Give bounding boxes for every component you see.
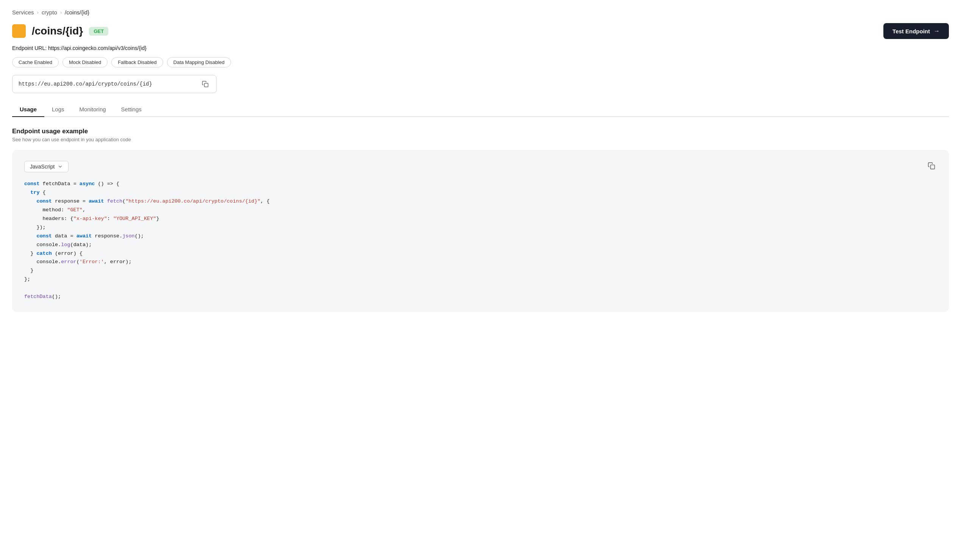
svg-rect-1 <box>931 165 935 169</box>
endpoint-url-label: Endpoint URL: <box>12 45 47 51</box>
test-endpoint-button[interactable]: Test Endpoint → <box>883 23 949 39</box>
copy-url-button[interactable] <box>200 79 210 89</box>
tab-settings[interactable]: Settings <box>114 102 149 117</box>
code-content: const fetchData = async () => { try { co… <box>24 180 937 302</box>
tab-logs[interactable]: Logs <box>44 102 72 117</box>
method-badge: GET <box>89 27 108 35</box>
breadcrumb-crypto[interactable]: crypto <box>42 9 57 16</box>
test-endpoint-label: Test Endpoint <box>892 28 930 34</box>
badge-mock: Mock Disabled <box>63 57 108 67</box>
page-title: /coins/{id} <box>32 25 83 37</box>
tab-usage[interactable]: Usage <box>12 102 44 117</box>
copy-code-button[interactable] <box>926 160 937 172</box>
copy-code-icon <box>928 162 935 170</box>
chevron-down-icon <box>58 164 63 169</box>
language-selector[interactable]: JavaScript <box>24 161 69 172</box>
endpoint-icon <box>12 24 26 38</box>
breadcrumb-services[interactable]: Services <box>12 9 34 16</box>
language-label: JavaScript <box>30 164 55 170</box>
code-block-header: JavaScript <box>24 160 937 172</box>
page-header: /coins/{id} GET Test Endpoint → <box>12 23 949 39</box>
endpoint-url-line: Endpoint URL: https://api.coingecko.com/… <box>12 45 949 51</box>
tabs-row: Usage Logs Monitoring Settings <box>12 102 949 117</box>
badge-cache: Cache Enabled <box>12 57 59 67</box>
code-block: JavaScript const fetchData = async () =>… <box>12 150 949 312</box>
breadcrumb-sep-2: › <box>60 10 62 15</box>
tab-monitoring[interactable]: Monitoring <box>72 102 114 117</box>
breadcrumb-current: /coins/{id} <box>65 9 89 16</box>
breadcrumb: Services › crypto › /coins/{id} <box>12 9 949 16</box>
api-url-box: https://eu.api200.co/api/crypto/coins/{i… <box>12 75 217 93</box>
badge-data-mapping: Data Mapping Disabled <box>167 57 231 67</box>
section-subtitle: See how you can use endpoint in you appl… <box>12 137 949 142</box>
svg-rect-0 <box>204 83 208 87</box>
api-url-text: https://eu.api200.co/api/crypto/coins/{i… <box>19 81 200 87</box>
section-title: Endpoint usage example <box>12 128 949 135</box>
arrow-right-icon: → <box>934 28 940 34</box>
breadcrumb-sep-1: › <box>37 10 39 15</box>
usage-section: Endpoint usage example See how you can u… <box>12 128 949 312</box>
endpoint-url-value: https://api.coingecko.com/api/v3/coins/{… <box>48 45 146 51</box>
badge-fallback: Fallback Disabled <box>111 57 163 67</box>
badges-row: Cache Enabled Mock Disabled Fallback Dis… <box>12 57 949 67</box>
copy-icon <box>202 81 209 87</box>
page-header-left: /coins/{id} GET <box>12 24 108 38</box>
